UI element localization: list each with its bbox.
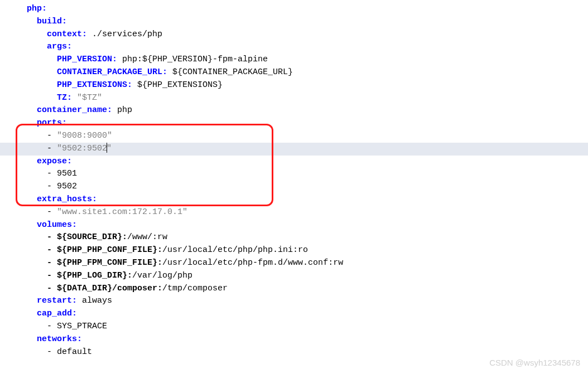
code-line: expose:	[17, 156, 588, 168]
code-line: - ${DATA_DIR}/composer:/tmp/composer	[17, 283, 588, 295]
code-line: php:	[17, 3, 588, 16]
code-line: args:	[17, 41, 588, 54]
code-line: extra_hosts:	[17, 193, 588, 206]
code-line: container_name: php	[17, 104, 588, 117]
code-line: restart: always	[17, 295, 588, 308]
code-line: context: ./services/php	[17, 28, 588, 41]
code-line: - SYS_PTRACE	[17, 320, 588, 333]
code-line-active: - "9502:9502"	[0, 143, 588, 156]
watermark: CSDN @wsyh12345678	[489, 357, 580, 370]
text-cursor	[107, 143, 107, 153]
code-line: - 9501	[17, 168, 588, 181]
code-line: PHP_VERSION: php:${PHP_VERSION}-fpm-alpi…	[17, 54, 588, 66]
code-line: - "www.site1.com:172.17.0.1"	[17, 206, 588, 219]
code-line: TZ: "$TZ"	[17, 92, 588, 105]
code-line: PHP_EXTENSIONS: ${PHP_EXTENSIONS}	[17, 79, 588, 92]
code-line: - 9502	[17, 181, 588, 193]
code-line: - "9008:9000"	[17, 130, 588, 143]
code-line: CONTAINER_PACKAGE_URL: ${CONTAINER_PACKA…	[17, 66, 588, 79]
code-line: - ${PHP_PHP_CONF_FILE}:/usr/local/etc/ph…	[17, 244, 588, 257]
code-line: - ${PHP_FPM_CONF_FILE}:/usr/local/etc/ph…	[17, 257, 588, 270]
code-line: volumes:	[17, 219, 588, 232]
code-line: - ${PHP_LOG_DIR}:/var/log/php	[17, 270, 588, 283]
code-line: ports:	[17, 117, 588, 130]
code-line: - ${SOURCE_DIR}:/www/:rw	[17, 231, 588, 244]
code-line: networks:	[17, 333, 588, 346]
code-editor: php: build: context: ./services/php args…	[0, 3, 588, 358]
code-content: php: build: context: ./services/php args…	[0, 3, 588, 358]
code-line: cap_add:	[17, 308, 588, 320]
code-line: build:	[17, 16, 588, 28]
